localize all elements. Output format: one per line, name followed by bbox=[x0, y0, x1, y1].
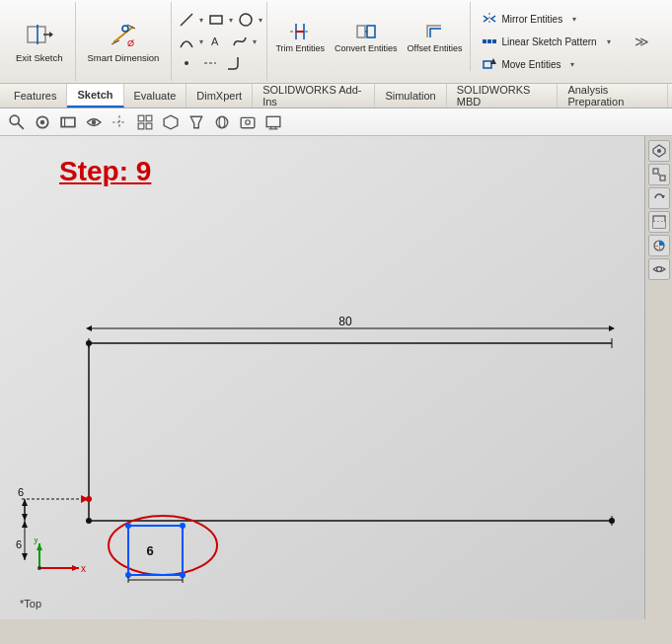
circle-dropdown[interactable]: ▾ bbox=[259, 16, 262, 25]
view-label: *Top bbox=[20, 598, 41, 609]
svg-rect-37 bbox=[138, 115, 144, 121]
linear-pattern-row[interactable]: Linear Sketch Pattern ▾ bbox=[479, 31, 619, 52]
mirror-row[interactable]: Mirror Entities ▾ bbox=[479, 8, 619, 30]
tab-addins[interactable]: SOLIDWORKS Add-Ins bbox=[253, 84, 375, 107]
fillet-button[interactable] bbox=[223, 53, 245, 73]
more-button[interactable]: ≫ bbox=[632, 32, 652, 51]
hide-show-btn[interactable] bbox=[648, 258, 670, 280]
capture-btn[interactable] bbox=[237, 112, 259, 132]
exit-sketch-button[interactable]: Exit Sketch bbox=[10, 7, 69, 76]
tab-simulation[interactable]: Simulation bbox=[375, 84, 446, 107]
view-orient-btn[interactable] bbox=[648, 140, 670, 162]
svg-text:6: 6 bbox=[18, 486, 24, 498]
svg-point-102 bbox=[656, 267, 661, 272]
svg-point-91 bbox=[37, 566, 41, 570]
text-button[interactable]: A bbox=[205, 32, 227, 51]
svg-marker-41 bbox=[164, 115, 178, 129]
trim-convert-row: Trim Entities Convert Entities bbox=[271, 18, 466, 55]
axis-indicator: x y bbox=[20, 538, 89, 590]
view-btn[interactable] bbox=[57, 112, 79, 132]
canvas-area: 80 6 6 bbox=[0, 136, 672, 619]
svg-point-34 bbox=[92, 119, 97, 124]
rect-button[interactable] bbox=[205, 10, 227, 30]
3d-btn[interactable] bbox=[160, 112, 182, 132]
point-button[interactable] bbox=[176, 53, 197, 73]
svg-text:6: 6 bbox=[146, 543, 153, 558]
right-tools-group: Mirror Entities ▾ Linear Sketch Pattern … bbox=[471, 2, 627, 81]
monitor-btn[interactable] bbox=[262, 112, 284, 132]
exit-sketch-group: Exit Sketch bbox=[4, 2, 76, 81]
svg-rect-95 bbox=[660, 176, 665, 180]
zoom-fit-btn[interactable] bbox=[648, 164, 670, 185]
line-tools-group: ▾ ▾ ▾ ▾ A bbox=[172, 2, 267, 81]
trim-label: Trim Entities bbox=[275, 43, 325, 53]
move-entities-row[interactable]: Move Entities ▾ bbox=[479, 53, 619, 75]
svg-rect-94 bbox=[653, 169, 658, 174]
svg-text:A: A bbox=[211, 36, 219, 47]
svg-marker-97 bbox=[661, 195, 665, 198]
svg-point-13 bbox=[185, 61, 188, 65]
linear-pattern-label: Linear Sketch Pattern bbox=[501, 36, 596, 47]
svg-point-11 bbox=[240, 14, 252, 26]
svg-marker-86 bbox=[72, 565, 79, 571]
svg-rect-19 bbox=[357, 26, 365, 37]
svg-text:80: 80 bbox=[338, 315, 352, 328]
svg-text:Ø: Ø bbox=[127, 38, 134, 48]
svg-rect-25 bbox=[492, 39, 496, 43]
linear-expand[interactable]: ▾ bbox=[601, 34, 617, 49]
smart-dim-group: Ø Smart Dimension bbox=[76, 2, 173, 81]
trim-button[interactable]: Trim Entities bbox=[271, 18, 329, 55]
move-label: Move Entities bbox=[501, 59, 560, 70]
line-tools-row2: ▾ A ▾ bbox=[176, 32, 262, 51]
sphere-btn[interactable] bbox=[211, 112, 233, 132]
trim-convert-group: Trim Entities Convert Entities bbox=[267, 2, 471, 71]
svg-point-31 bbox=[40, 119, 45, 124]
svg-rect-47 bbox=[266, 116, 280, 126]
tab-analysis[interactable]: Analysis Preparation bbox=[558, 84, 668, 107]
line-button[interactable] bbox=[176, 10, 197, 30]
convert-button[interactable]: Convert Entities bbox=[331, 18, 402, 55]
section-view-btn[interactable] bbox=[648, 211, 670, 233]
more-group: ≫ bbox=[628, 2, 656, 81]
smart-dim-icon: Ø bbox=[108, 19, 139, 50]
hide-btn2[interactable] bbox=[83, 112, 105, 132]
trim-icon bbox=[288, 20, 312, 43]
tab-features[interactable]: Features bbox=[4, 84, 67, 107]
tab-evaluate[interactable]: Evaluate bbox=[124, 84, 187, 107]
rotate-view-btn[interactable] bbox=[648, 187, 670, 209]
tab-mbd[interactable]: SOLIDWORKS MBD bbox=[447, 84, 559, 107]
tab-sketch[interactable]: Sketch bbox=[67, 84, 123, 107]
toolbar-container: Exit Sketch Ø Smart Dimension bbox=[0, 0, 672, 108]
tab-dimxpert[interactable]: DimXpert bbox=[187, 84, 253, 107]
offset-button[interactable]: Offset Entities bbox=[404, 18, 467, 55]
smart-dim-button[interactable]: Ø Smart Dimension bbox=[82, 7, 166, 76]
arc-button[interactable] bbox=[176, 32, 197, 51]
svg-rect-0 bbox=[28, 27, 45, 42]
search-btn[interactable] bbox=[6, 112, 28, 132]
display-mode-btn[interactable] bbox=[648, 235, 670, 256]
spline-dropdown[interactable]: ▾ bbox=[253, 37, 257, 46]
svg-point-46 bbox=[246, 119, 251, 124]
line-dropdown[interactable]: ▾ bbox=[199, 16, 203, 25]
convert-icon bbox=[354, 20, 378, 43]
exit-sketch-icon bbox=[24, 19, 55, 50]
svg-text:x: x bbox=[81, 563, 86, 574]
circle-button[interactable] bbox=[235, 10, 257, 30]
svg-rect-38 bbox=[146, 115, 152, 121]
rect-dropdown[interactable]: ▾ bbox=[229, 16, 233, 25]
svg-marker-3 bbox=[49, 32, 53, 37]
arc-dropdown[interactable]: ▾ bbox=[199, 37, 203, 46]
options-btn[interactable] bbox=[32, 112, 53, 132]
svg-rect-23 bbox=[483, 39, 486, 43]
grid-btn[interactable] bbox=[134, 112, 156, 132]
move-expand[interactable]: ▾ bbox=[564, 56, 580, 72]
centerline-button[interactable] bbox=[199, 53, 221, 73]
svg-point-60 bbox=[609, 518, 615, 524]
filter-btn[interactable] bbox=[186, 112, 207, 132]
svg-line-29 bbox=[18, 123, 24, 129]
svg-rect-45 bbox=[241, 117, 255, 127]
mirror-expand[interactable]: ▾ bbox=[566, 11, 582, 27]
snap-btn[interactable] bbox=[109, 112, 130, 132]
svg-rect-39 bbox=[138, 123, 144, 129]
spline-button[interactable] bbox=[229, 32, 251, 51]
